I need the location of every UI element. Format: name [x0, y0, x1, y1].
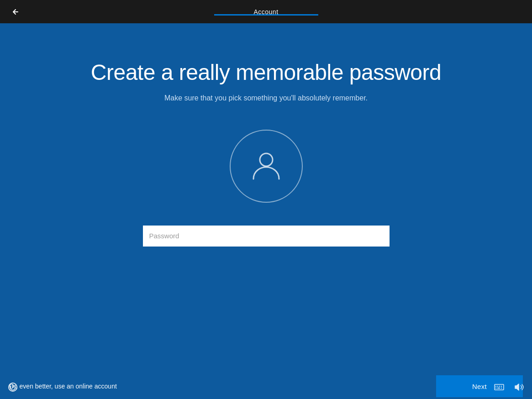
tab-underline: [214, 14, 318, 16]
accessibility-icon-area: [7, 382, 18, 393]
tab-title: Account: [253, 8, 278, 16]
svg-rect-9: [501, 388, 502, 388]
password-input[interactable]: [143, 226, 390, 247]
svg-rect-7: [495, 388, 496, 388]
svg-rect-3: [495, 386, 496, 387]
svg-rect-2: [495, 384, 504, 390]
svg-rect-6: [501, 386, 502, 387]
keyboard-icon: [494, 382, 505, 393]
main-content: Create a really memorable password Make …: [0, 23, 532, 247]
svg-point-0: [260, 153, 273, 166]
online-account-link[interactable]: Or, even better, use an online account: [9, 383, 117, 390]
volume-icon: [514, 382, 525, 393]
power-icon: [7, 382, 18, 393]
top-bar: Account: [0, 0, 532, 23]
bottom-actions-bar: Or, even better, use an online account: [0, 373, 532, 399]
footer-right-icons: [494, 382, 525, 393]
user-avatar-icon: [248, 147, 284, 185]
svg-rect-8: [497, 388, 500, 388]
svg-rect-4: [497, 386, 498, 387]
svg-rect-5: [499, 386, 500, 387]
page-subtitle: Make sure that you pick something you'll…: [164, 94, 368, 102]
page-title: Create a really memorable password: [91, 60, 441, 85]
back-button[interactable]: [7, 4, 24, 20]
avatar-container: [230, 130, 303, 203]
